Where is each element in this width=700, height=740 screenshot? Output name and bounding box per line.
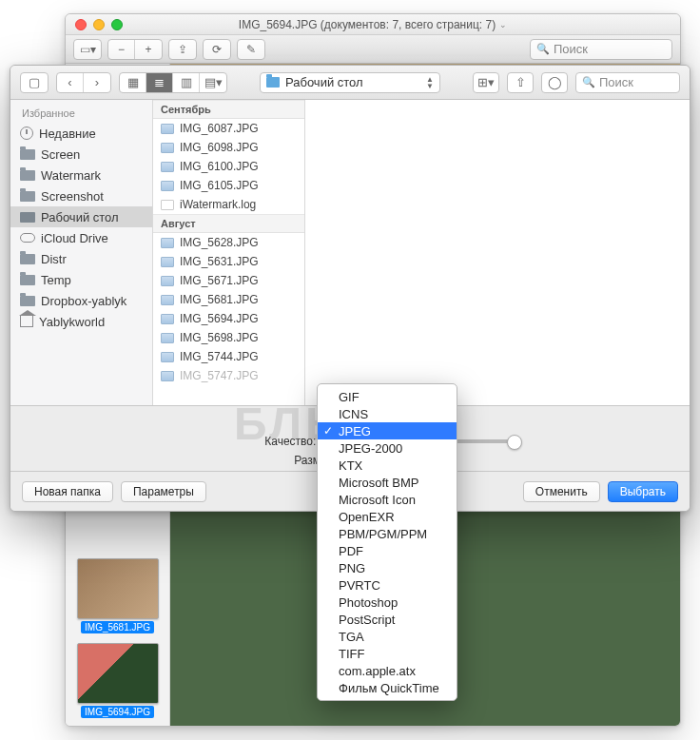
format-option-jpeg[interactable]: JPEG bbox=[318, 422, 457, 439]
file-row[interactable]: IMG_5747.JPG bbox=[153, 366, 304, 385]
file-group-header: Сентябрь bbox=[153, 100, 304, 119]
file-row[interactable]: IMG_5744.JPG bbox=[153, 347, 304, 366]
view-list-button[interactable]: ≣ bbox=[146, 73, 173, 92]
image-file-icon bbox=[161, 352, 174, 362]
rotate-button[interactable]: ⟳ bbox=[204, 40, 230, 59]
format-option--quicktime[interactable]: Фильм QuickTime bbox=[318, 679, 457, 696]
format-option-com-apple-atx[interactable]: com.apple.atx bbox=[318, 662, 457, 679]
file-row[interactable]: IMG_5631.JPG bbox=[153, 252, 304, 271]
sidebar-item-label: Distr bbox=[41, 252, 67, 266]
image-file-icon bbox=[161, 143, 174, 153]
sidebar-item-label: Dropbox-yablyk bbox=[41, 294, 126, 308]
file-row[interactable]: IMG_6100.JPG bbox=[153, 157, 304, 176]
zoom-window-button[interactable] bbox=[111, 19, 123, 30]
format-option-pdf[interactable]: PDF bbox=[318, 542, 457, 559]
image-file-icon bbox=[161, 124, 174, 134]
thumbnail-item[interactable]: IMG_5681.JPG bbox=[77, 558, 159, 633]
title-chevron-icon[interactable]: ⌄ bbox=[499, 20, 507, 29]
close-window-button[interactable] bbox=[75, 19, 87, 30]
file-row[interactable]: IMG_6105.JPG bbox=[153, 176, 304, 195]
thumbnail-image bbox=[77, 558, 159, 619]
sidebar-item-screenshot[interactable]: Screenshot bbox=[10, 185, 152, 206]
sidebar-item-screen[interactable]: Screen bbox=[10, 144, 152, 165]
sidebar-item-temp[interactable]: Temp bbox=[10, 269, 152, 290]
preview-search-input[interactable]: 🔍 Поиск bbox=[530, 39, 672, 60]
forward-button[interactable]: › bbox=[84, 73, 110, 92]
file-name: IMG_5698.JPG bbox=[180, 331, 259, 344]
quality-label: Качество: bbox=[116, 435, 316, 448]
file-row[interactable]: iWatermark.log bbox=[153, 195, 304, 214]
sidebar-item-distr[interactable]: Distr bbox=[10, 248, 152, 269]
view-column-button[interactable]: ▥ bbox=[173, 73, 200, 92]
format-dropdown-menu[interactable]: GIFICNSJPEGJPEG-2000KTXMicrosoft BMPMicr… bbox=[317, 383, 457, 701]
view-gallery-button[interactable]: ▤▾ bbox=[200, 73, 226, 92]
format-option-pvrtc[interactable]: PVRTC bbox=[318, 576, 457, 594]
sidebar-item-yablykworld[interactable]: Yablykworld bbox=[10, 311, 152, 332]
choose-button[interactable]: Выбрать bbox=[608, 481, 678, 502]
sidebar-item-недавние[interactable]: Недавние bbox=[10, 123, 152, 144]
sidebar-item-label: Yablykworld bbox=[39, 315, 105, 329]
format-option-photoshop[interactable]: Photoshop bbox=[318, 594, 457, 611]
share-button[interactable]: ⇧ bbox=[507, 72, 534, 93]
preview-titlebar[interactable]: IMG_5694.JPG (документов: 7, всего стран… bbox=[66, 14, 680, 35]
back-button[interactable]: ‹ bbox=[57, 73, 84, 92]
file-row[interactable]: IMG_6087.JPG bbox=[153, 119, 304, 138]
format-option-jpeg-2000[interactable]: JPEG-2000 bbox=[318, 439, 457, 457]
sidebar-item-dropbox-yablyk[interactable]: Dropbox-yablyk bbox=[10, 290, 152, 311]
image-file-icon bbox=[161, 276, 174, 286]
image-file-icon bbox=[161, 314, 174, 324]
params-button[interactable]: Параметры bbox=[121, 481, 206, 502]
image-file-icon bbox=[161, 238, 174, 248]
cancel-button[interactable]: Отменить bbox=[523, 481, 600, 502]
file-name: IMG_5631.JPG bbox=[180, 255, 259, 268]
format-option-pbm-pgm-ppm[interactable]: PBM/PGM/PPM bbox=[318, 525, 457, 542]
zoom-out-button[interactable]: − bbox=[108, 40, 135, 59]
path-popup[interactable]: Рабочий стол ▲▼ bbox=[260, 72, 440, 93]
file-name: IMG_5694.JPG bbox=[180, 312, 259, 325]
format-option-microsoft-icon[interactable]: Microsoft Icon bbox=[318, 491, 457, 508]
image-file-icon bbox=[161, 371, 174, 381]
format-option-openexr[interactable]: OpenEXR bbox=[318, 508, 457, 525]
file-row[interactable]: IMG_6098.JPG bbox=[153, 138, 304, 157]
file-column[interactable]: СентябрьIMG_6087.JPGIMG_6098.JPGIMG_6100… bbox=[153, 100, 305, 405]
sidebar-item-label: Screen bbox=[41, 147, 80, 162]
format-option-gif[interactable]: GIF bbox=[318, 388, 457, 405]
search-icon: 🔍 bbox=[536, 43, 550, 55]
sidebar-toggle-button[interactable]: ▢ bbox=[21, 73, 48, 92]
markup-button[interactable]: ✎ bbox=[238, 40, 264, 59]
minimize-window-button[interactable] bbox=[93, 19, 105, 30]
file-row[interactable]: IMG_5698.JPG bbox=[153, 328, 304, 347]
share-button[interactable]: ⇪ bbox=[169, 40, 196, 59]
format-option-tga[interactable]: TGA bbox=[318, 628, 457, 645]
preview-title: IMG_5694.JPG (документов: 7, всего стран… bbox=[239, 18, 496, 31]
view-icon-button[interactable]: ▦ bbox=[120, 73, 146, 92]
sidebar-toggle-button[interactable]: ▭▾ bbox=[74, 40, 101, 59]
folder-icon bbox=[20, 254, 35, 264]
group-button[interactable]: ⊞▾ bbox=[473, 72, 499, 93]
file-row[interactable]: IMG_5628.JPG bbox=[153, 233, 304, 252]
sidebar-item-icloud-drive[interactable]: iCloud Drive bbox=[10, 227, 152, 248]
home-icon bbox=[20, 316, 33, 327]
thumbnail-item[interactable]: IMG_5694.JPG bbox=[77, 643, 159, 718]
format-option-png[interactable]: PNG bbox=[318, 559, 457, 576]
finder-search-placeholder: Поиск bbox=[599, 75, 633, 89]
zoom-in-button[interactable]: + bbox=[135, 40, 162, 59]
format-option-tiff[interactable]: TIFF bbox=[318, 645, 457, 662]
finder-search-input[interactable]: 🔍 Поиск bbox=[575, 72, 680, 93]
path-label: Рабочий стол bbox=[285, 75, 363, 89]
sidebar-item-рабочий-стол[interactable]: Рабочий стол bbox=[10, 206, 152, 227]
tags-button[interactable]: ◯ bbox=[541, 72, 568, 93]
file-row[interactable]: IMG_5681.JPG bbox=[153, 290, 304, 309]
format-option-ktx[interactable]: KTX bbox=[318, 457, 457, 474]
image-file-icon bbox=[161, 181, 174, 191]
format-option-microsoft-bmp[interactable]: Microsoft BMP bbox=[318, 474, 457, 491]
sidebar-item-watermark[interactable]: Watermark bbox=[10, 165, 152, 185]
format-option-postscript[interactable]: PostScript bbox=[318, 611, 457, 628]
sidebar-item-label: Watermark bbox=[41, 168, 101, 183]
file-row[interactable]: IMG_5694.JPG bbox=[153, 309, 304, 328]
file-row[interactable]: IMG_5671.JPG bbox=[153, 271, 304, 290]
format-option-icns[interactable]: ICNS bbox=[318, 405, 457, 422]
cloud-icon bbox=[20, 233, 35, 243]
new-folder-button[interactable]: Новая папка bbox=[22, 481, 113, 502]
preview-toolbar: ▭▾ − + ⇪ ⟳ ✎ 🔍 Поиск bbox=[66, 35, 680, 64]
